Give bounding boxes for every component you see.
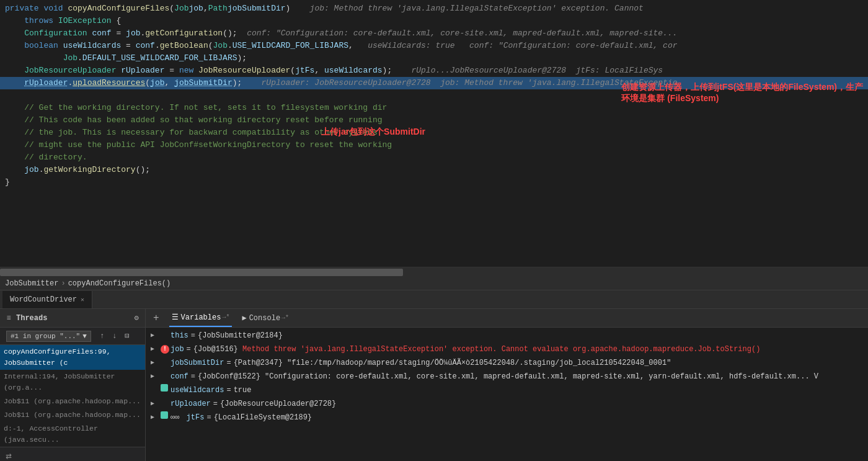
- var-row-job[interactable]: ▶ ! job = {Job@1516} Method threw 'java.…: [146, 342, 868, 356]
- var-type-icon: [161, 398, 170, 410]
- tab-console[interactable]: ▶ Console →*: [239, 309, 291, 327]
- var-row-usewildcards[interactable]: useWildcards = true: [146, 383, 868, 397]
- threads-settings-icon[interactable]: ⚙: [131, 313, 141, 323]
- horizontal-scrollbar[interactable]: [0, 267, 868, 277]
- error-icon: !: [161, 343, 170, 356]
- thread-item[interactable]: d:-1, AccessController (java.secu...: [0, 422, 145, 447]
- bottom-panel: ≡ Threads ⚙ #1 in group "..." ▼ ↑ ↓ ⊟ co…: [0, 309, 868, 461]
- list-icon: ≡: [4, 313, 14, 323]
- code-line: // This code has been added so that work…: [0, 114, 868, 127]
- var-type-icon: [161, 370, 170, 383]
- step-up-icon[interactable]: ↑: [97, 331, 107, 341]
- var-row-this[interactable]: ▶ this = {JobSubmitter@2184}: [146, 329, 868, 342]
- var-type-icon: [161, 357, 170, 369]
- code-line: boolean useWildcards = conf.getBoolean(J…: [0, 40, 868, 52]
- console-tab-label: Console: [249, 314, 280, 323]
- breadcrumb-part2: copyAndConfigureFiles(): [68, 279, 171, 288]
- code-line: // the job. This is necessary for backwa…: [0, 127, 868, 139]
- code-editor: private void copyAndConfigureFiles(Job j…: [0, 0, 868, 267]
- filter-icon[interactable]: ⊟: [122, 331, 132, 341]
- panel-tabs: + ☰ Variables →* ▶ Console →*: [146, 309, 868, 328]
- expand-icon[interactable]: ▶: [151, 343, 161, 356]
- threads-panel: ≡ Threads ⚙ #1 in group "..." ▼ ↑ ↓ ⊟ co…: [0, 309, 146, 461]
- error-indicator: !: [161, 345, 169, 354]
- scrollbar-thumb[interactable]: [0, 269, 403, 276]
- code-line: Job.DEFAULT_USE_WILDCARD_FOR_LIBJARS);: [0, 52, 868, 65]
- code-line: // might use the public API JobConf#setW…: [0, 139, 868, 151]
- var-row-jtfs[interactable]: ▶ ∞∞ jtFs = {LocalFileSystem@2189}: [146, 411, 868, 424]
- breadcrumb-part1: JobSubmitter: [5, 279, 58, 288]
- console-arrow: →*: [281, 315, 289, 321]
- variables-list: ▶ this = {JobSubmitter@2184} ▶ ! job = {…: [146, 328, 868, 461]
- variables-icon: ☰: [172, 313, 179, 322]
- threads-subtoolbar: #1 in group "..." ▼ ↑ ↓ ⊟: [0, 328, 145, 345]
- thread-group-label: #1 in group "...": [11, 333, 80, 340]
- thread-item[interactable]: Internal:194, JobSubmitter (org.a...: [0, 370, 145, 395]
- tab-label: WordCountDriver: [10, 295, 77, 304]
- variables-arrow: →*: [222, 314, 229, 321]
- green-square-icon: [161, 384, 170, 396]
- expand-icon[interactable]: ▶: [151, 411, 161, 424]
- code-line: private void copyAndConfigureFiles(Job j…: [0, 2, 868, 15]
- tab-close-icon[interactable]: ✕: [81, 296, 84, 303]
- code-line: Configuration conf = job.getConfiguratio…: [0, 27, 868, 40]
- var-type-icon: [161, 329, 170, 342]
- thread-item[interactable]: copyAndConfigureFiles:99, JobSubmitter (…: [0, 345, 145, 370]
- var-row-jobsubmitdir[interactable]: ▶ jobSubmitDir = {Path@2347} "file:/tmp/…: [146, 356, 868, 370]
- code-line: job.getWorkingDirectory();: [0, 164, 868, 176]
- green-square-icon2: [161, 411, 170, 424]
- thread-item[interactable]: Job$11 (org.apache.hadoop.map...: [0, 408, 145, 422]
- code-line: JobResourceUploader rUploader = new JobR…: [0, 65, 868, 77]
- step-down-icon[interactable]: ↓: [110, 331, 120, 341]
- code-line: throws IOException {: [0, 15, 868, 27]
- expand-icon[interactable]: ▶: [151, 370, 161, 383]
- expand-icon[interactable]: ▶: [151, 357, 161, 369]
- thread-list: copyAndConfigureFiles:99, JobSubmitter (…: [0, 345, 145, 447]
- tab-variables[interactable]: ☰ Variables →*: [169, 309, 232, 327]
- right-panel: + ☰ Variables →* ▶ Console →* ▶ this = {…: [146, 309, 868, 461]
- var-row-ruploader[interactable]: ▶ rUploader = {JobResourceUploader@2728}: [146, 397, 868, 411]
- console-icon: ▶: [242, 313, 246, 323]
- expand-icon-empty: [151, 384, 161, 396]
- dropdown-chevron: ▼: [82, 333, 87, 340]
- expand-icon[interactable]: ▶: [151, 398, 161, 410]
- var-row-conf[interactable]: ▶ conf = {JobConf@1522} "Configuration: …: [146, 370, 868, 383]
- breadcrumb: JobSubmitter › copyAndConfigureFiles(): [0, 277, 868, 290]
- tab-wordcountdriver[interactable]: WordCountDriver ✕: [2, 291, 92, 308]
- threads-toolbar: ≡ Threads ⚙: [0, 309, 145, 328]
- code-line: }: [0, 176, 868, 189]
- variables-tab-label: Variables: [181, 313, 221, 322]
- thread-item[interactable]: Job$11 (org.apache.hadoop.map...: [0, 395, 145, 408]
- thread-group-dropdown[interactable]: #1 in group "..." ▼: [6, 331, 91, 342]
- add-watch-button[interactable]: +: [151, 313, 162, 324]
- tooltip-upload-jar: 上传jar包到这个SubmitDir: [316, 124, 430, 140]
- tooltip-create-uploader: 创建资源上传器，上传到jtFS(这里是本地的FileSystem)，生产环境是集…: [616, 79, 868, 107]
- threads-title: Threads: [16, 314, 47, 323]
- expand-icon[interactable]: ▶: [151, 329, 161, 342]
- tab-bar: WordCountDriver ✕: [0, 290, 868, 309]
- bottom-icon[interactable]: ⇄: [4, 451, 14, 461]
- code-line: // directory.: [0, 151, 868, 164]
